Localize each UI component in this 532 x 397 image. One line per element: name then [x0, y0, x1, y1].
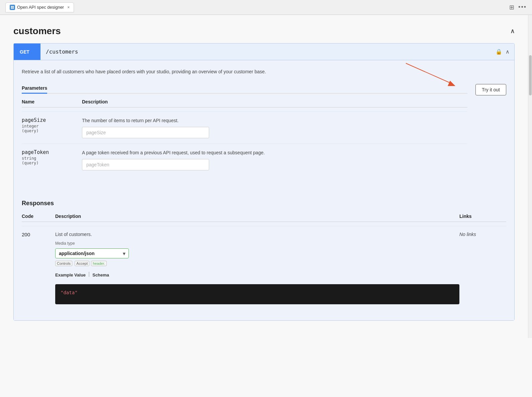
try-it-out-button[interactable]: Try it out — [475, 84, 506, 95]
param-input-pagetoken[interactable] — [82, 159, 209, 170]
tab-bar: Open API spec designer × — [5, 2, 74, 12]
scrollbar-track[interactable] — [528, 15, 532, 338]
param-name-pagetoken: pageToken — [22, 149, 82, 155]
accept-badge: Accept — [75, 261, 89, 266]
param-description-pagetoken: A page token received from a previous AP… — [82, 149, 467, 156]
page-collapse-icon[interactable]: ∧ — [510, 27, 515, 35]
media-type-select-wrapper: application/json — [55, 248, 129, 258]
media-type-label: Media type — [55, 241, 459, 246]
params-header-description: Description — [82, 99, 467, 104]
response-description-200: List of customers. — [55, 232, 459, 237]
controls-label: Controls — [55, 261, 72, 266]
controls-text: Controls Accept header. — [55, 261, 459, 266]
param-row-pagetoken: pageToken string (query) A page token re… — [22, 144, 467, 176]
example-value-tab[interactable]: Example Value — [55, 271, 86, 279]
param-location-pagetoken: (query) — [22, 161, 82, 165]
endpoint-header: GET /customers 🔒 ∧ — [14, 44, 514, 60]
param-description-pagesize: The number of items to return per API re… — [82, 117, 467, 124]
params-header: Name Description — [22, 99, 467, 107]
param-desc-col-pagetoken: A page token received from a previous AP… — [82, 149, 467, 170]
responses-header-code: Code — [22, 214, 55, 219]
try-it-area: Parameters Name Description — [22, 83, 506, 176]
schema-tab[interactable]: Schema — [92, 271, 109, 279]
browser-chrome: Open API spec designer × ⊞ ••• — [0, 0, 532, 15]
param-input-pagesize[interactable] — [82, 127, 209, 138]
response-code-200: 200 — [22, 232, 55, 237]
scroll-container: customers ∧ GET /customers 🔒 ∧ Retrieve … — [0, 15, 532, 338]
svg-rect-2 — [11, 7, 12, 9]
section-tabs: Parameters — [22, 83, 467, 94]
page-title-bar: customers ∧ — [13, 26, 515, 36]
lock-icon: 🔒 — [496, 49, 502, 55]
param-name-pagesize: pageSize — [22, 117, 82, 123]
method-badge: GET — [14, 44, 40, 60]
endpoint-actions: 🔒 ∧ — [496, 49, 514, 55]
params-header-name: Name — [22, 99, 82, 104]
responses-section: Responses Code Description Links 200 — [22, 200, 506, 310]
param-desc-col-pagesize: The number of items to return per API re… — [82, 117, 467, 138]
tab-close-button[interactable]: × — [67, 5, 70, 10]
response-row-200: 200 List of customers. Media type applic… — [22, 226, 506, 310]
more-icon[interactable]: ••• — [518, 4, 527, 11]
param-type-pagetoken: string — [22, 156, 82, 161]
layout-icon[interactable]: ⊞ — [509, 4, 514, 11]
responses-header-links: Links — [459, 214, 506, 219]
page-title: customers — [13, 26, 61, 36]
tab-icon — [10, 5, 15, 10]
endpoint-path: /customers — [40, 49, 496, 55]
response-desc-col-200: List of customers. Media type applicatio… — [55, 232, 459, 304]
try-it-container: Parameters Name Description — [22, 83, 506, 176]
example-value-tabs: Example Value | Schema — [55, 271, 459, 279]
tab-divider: | — [88, 271, 90, 279]
endpoint-block: GET /customers 🔒 ∧ Retrieve a list of al… — [13, 43, 515, 321]
code-block: "data" — [55, 284, 459, 304]
content-area: customers ∧ GET /customers 🔒 ∧ Retrieve … — [0, 15, 528, 338]
param-location-pagesize: (query) — [22, 129, 82, 133]
code-content: "data" — [61, 290, 78, 295]
parameters-tab[interactable]: Parameters — [22, 83, 47, 94]
active-tab[interactable]: Open API spec designer × — [5, 2, 74, 12]
params-table: Name Description pageSize integer (query… — [22, 99, 467, 176]
param-name-col-pagetoken: pageToken string (query) — [22, 149, 82, 165]
param-type-pagesize: integer — [22, 124, 82, 129]
browser-actions: ⊞ ••• — [509, 4, 527, 11]
responses-header-description: Description — [55, 214, 459, 219]
svg-rect-0 — [11, 6, 12, 7]
param-row-pagesize: pageSize integer (query) The number of i… — [22, 111, 467, 144]
svg-rect-1 — [13, 6, 14, 7]
endpoint-body: Retrieve a list of all customers who hav… — [14, 60, 514, 320]
param-name-col-pagesize: pageSize integer (query) — [22, 117, 82, 133]
endpoint-collapse-icon[interactable]: ∧ — [506, 49, 510, 55]
scrollbar-thumb[interactable] — [529, 55, 532, 95]
responses-table: Code Description Links 200 List of custo… — [22, 214, 506, 310]
parameters-section: Parameters Name Description — [22, 83, 467, 176]
header-text: header. — [91, 261, 107, 266]
svg-rect-3 — [13, 7, 14, 9]
responses-title: Responses — [22, 200, 506, 207]
response-links-200: No links — [459, 232, 506, 237]
media-type-select[interactable]: application/json — [55, 248, 129, 258]
tab-label: Open API spec designer — [17, 5, 64, 10]
endpoint-description: Retrieve a list of all customers who hav… — [22, 68, 506, 75]
responses-header: Code Description Links — [22, 214, 506, 222]
